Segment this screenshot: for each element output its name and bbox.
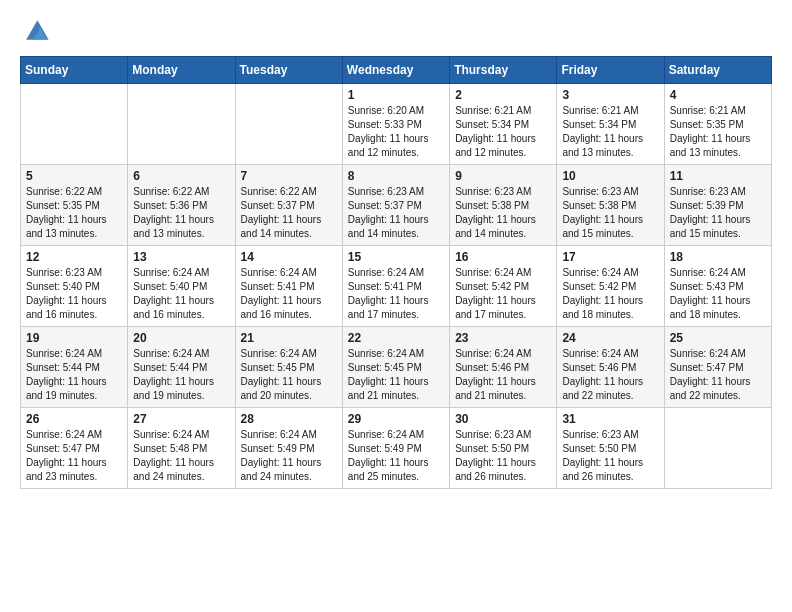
day-number: 8	[348, 169, 444, 183]
day-number: 28	[241, 412, 337, 426]
calendar-cell: 4Sunrise: 6:21 AMSunset: 5:35 PMDaylight…	[664, 84, 771, 165]
calendar-cell: 25Sunrise: 6:24 AMSunset: 5:47 PMDayligh…	[664, 327, 771, 408]
calendar-week-row: 26Sunrise: 6:24 AMSunset: 5:47 PMDayligh…	[21, 408, 772, 489]
cell-sunrise: Sunrise: 6:22 AMSunset: 5:35 PMDaylight:…	[26, 186, 107, 239]
calendar-cell: 8Sunrise: 6:23 AMSunset: 5:37 PMDaylight…	[342, 165, 449, 246]
calendar-cell: 22Sunrise: 6:24 AMSunset: 5:45 PMDayligh…	[342, 327, 449, 408]
day-number: 31	[562, 412, 658, 426]
calendar-cell: 13Sunrise: 6:24 AMSunset: 5:40 PMDayligh…	[128, 246, 235, 327]
calendar-cell: 15Sunrise: 6:24 AMSunset: 5:41 PMDayligh…	[342, 246, 449, 327]
calendar-week-row: 1Sunrise: 6:20 AMSunset: 5:33 PMDaylight…	[21, 84, 772, 165]
cell-sunrise: Sunrise: 6:24 AMSunset: 5:44 PMDaylight:…	[26, 348, 107, 401]
calendar-cell	[21, 84, 128, 165]
cell-sunrise: Sunrise: 6:23 AMSunset: 5:50 PMDaylight:…	[455, 429, 536, 482]
cell-sunrise: Sunrise: 6:24 AMSunset: 5:43 PMDaylight:…	[670, 267, 751, 320]
calendar-cell: 28Sunrise: 6:24 AMSunset: 5:49 PMDayligh…	[235, 408, 342, 489]
cell-sunrise: Sunrise: 6:24 AMSunset: 5:41 PMDaylight:…	[241, 267, 322, 320]
calendar-cell	[235, 84, 342, 165]
cell-sunrise: Sunrise: 6:20 AMSunset: 5:33 PMDaylight:…	[348, 105, 429, 158]
weekday-header-row: SundayMondayTuesdayWednesdayThursdayFrid…	[21, 57, 772, 84]
day-number: 20	[133, 331, 229, 345]
calendar-cell: 19Sunrise: 6:24 AMSunset: 5:44 PMDayligh…	[21, 327, 128, 408]
calendar-cell: 29Sunrise: 6:24 AMSunset: 5:49 PMDayligh…	[342, 408, 449, 489]
day-number: 4	[670, 88, 766, 102]
day-number: 26	[26, 412, 122, 426]
day-number: 3	[562, 88, 658, 102]
day-number: 10	[562, 169, 658, 183]
calendar-cell	[664, 408, 771, 489]
weekday-header: Saturday	[664, 57, 771, 84]
cell-sunrise: Sunrise: 6:23 AMSunset: 5:38 PMDaylight:…	[455, 186, 536, 239]
calendar-cell: 30Sunrise: 6:23 AMSunset: 5:50 PMDayligh…	[450, 408, 557, 489]
day-number: 27	[133, 412, 229, 426]
cell-sunrise: Sunrise: 6:24 AMSunset: 5:44 PMDaylight:…	[133, 348, 214, 401]
calendar-cell: 1Sunrise: 6:20 AMSunset: 5:33 PMDaylight…	[342, 84, 449, 165]
day-number: 22	[348, 331, 444, 345]
cell-sunrise: Sunrise: 6:24 AMSunset: 5:41 PMDaylight:…	[348, 267, 429, 320]
weekday-header: Monday	[128, 57, 235, 84]
cell-sunrise: Sunrise: 6:21 AMSunset: 5:35 PMDaylight:…	[670, 105, 751, 158]
calendar-cell: 16Sunrise: 6:24 AMSunset: 5:42 PMDayligh…	[450, 246, 557, 327]
calendar-cell: 26Sunrise: 6:24 AMSunset: 5:47 PMDayligh…	[21, 408, 128, 489]
calendar-table: SundayMondayTuesdayWednesdayThursdayFrid…	[20, 56, 772, 489]
day-number: 2	[455, 88, 551, 102]
weekday-header: Wednesday	[342, 57, 449, 84]
calendar-cell: 12Sunrise: 6:23 AMSunset: 5:40 PMDayligh…	[21, 246, 128, 327]
day-number: 12	[26, 250, 122, 264]
header	[20, 16, 772, 44]
day-number: 13	[133, 250, 229, 264]
day-number: 7	[241, 169, 337, 183]
calendar-cell: 31Sunrise: 6:23 AMSunset: 5:50 PMDayligh…	[557, 408, 664, 489]
logo-icon	[22, 16, 50, 44]
calendar-week-row: 5Sunrise: 6:22 AMSunset: 5:35 PMDaylight…	[21, 165, 772, 246]
day-number: 17	[562, 250, 658, 264]
cell-sunrise: Sunrise: 6:24 AMSunset: 5:42 PMDaylight:…	[455, 267, 536, 320]
day-number: 5	[26, 169, 122, 183]
day-number: 11	[670, 169, 766, 183]
day-number: 15	[348, 250, 444, 264]
day-number: 1	[348, 88, 444, 102]
calendar-cell: 6Sunrise: 6:22 AMSunset: 5:36 PMDaylight…	[128, 165, 235, 246]
cell-sunrise: Sunrise: 6:21 AMSunset: 5:34 PMDaylight:…	[455, 105, 536, 158]
cell-sunrise: Sunrise: 6:24 AMSunset: 5:49 PMDaylight:…	[348, 429, 429, 482]
calendar-week-row: 12Sunrise: 6:23 AMSunset: 5:40 PMDayligh…	[21, 246, 772, 327]
calendar-cell: 3Sunrise: 6:21 AMSunset: 5:34 PMDaylight…	[557, 84, 664, 165]
logo	[20, 16, 50, 44]
cell-sunrise: Sunrise: 6:23 AMSunset: 5:40 PMDaylight:…	[26, 267, 107, 320]
day-number: 21	[241, 331, 337, 345]
calendar-cell: 20Sunrise: 6:24 AMSunset: 5:44 PMDayligh…	[128, 327, 235, 408]
cell-sunrise: Sunrise: 6:21 AMSunset: 5:34 PMDaylight:…	[562, 105, 643, 158]
day-number: 18	[670, 250, 766, 264]
weekday-header: Sunday	[21, 57, 128, 84]
page: SundayMondayTuesdayWednesdayThursdayFrid…	[0, 0, 792, 612]
calendar-cell: 24Sunrise: 6:24 AMSunset: 5:46 PMDayligh…	[557, 327, 664, 408]
day-number: 16	[455, 250, 551, 264]
cell-sunrise: Sunrise: 6:23 AMSunset: 5:39 PMDaylight:…	[670, 186, 751, 239]
day-number: 9	[455, 169, 551, 183]
cell-sunrise: Sunrise: 6:24 AMSunset: 5:42 PMDaylight:…	[562, 267, 643, 320]
calendar-cell: 18Sunrise: 6:24 AMSunset: 5:43 PMDayligh…	[664, 246, 771, 327]
cell-sunrise: Sunrise: 6:24 AMSunset: 5:48 PMDaylight:…	[133, 429, 214, 482]
cell-sunrise: Sunrise: 6:24 AMSunset: 5:49 PMDaylight:…	[241, 429, 322, 482]
day-number: 24	[562, 331, 658, 345]
calendar-cell	[128, 84, 235, 165]
calendar-cell: 14Sunrise: 6:24 AMSunset: 5:41 PMDayligh…	[235, 246, 342, 327]
calendar-cell: 17Sunrise: 6:24 AMSunset: 5:42 PMDayligh…	[557, 246, 664, 327]
calendar-cell: 2Sunrise: 6:21 AMSunset: 5:34 PMDaylight…	[450, 84, 557, 165]
weekday-header: Thursday	[450, 57, 557, 84]
day-number: 14	[241, 250, 337, 264]
weekday-header: Tuesday	[235, 57, 342, 84]
cell-sunrise: Sunrise: 6:23 AMSunset: 5:37 PMDaylight:…	[348, 186, 429, 239]
calendar-cell: 5Sunrise: 6:22 AMSunset: 5:35 PMDaylight…	[21, 165, 128, 246]
day-number: 25	[670, 331, 766, 345]
cell-sunrise: Sunrise: 6:23 AMSunset: 5:38 PMDaylight:…	[562, 186, 643, 239]
cell-sunrise: Sunrise: 6:24 AMSunset: 5:40 PMDaylight:…	[133, 267, 214, 320]
day-number: 30	[455, 412, 551, 426]
calendar-cell: 27Sunrise: 6:24 AMSunset: 5:48 PMDayligh…	[128, 408, 235, 489]
calendar-cell: 7Sunrise: 6:22 AMSunset: 5:37 PMDaylight…	[235, 165, 342, 246]
cell-sunrise: Sunrise: 6:24 AMSunset: 5:46 PMDaylight:…	[562, 348, 643, 401]
cell-sunrise: Sunrise: 6:24 AMSunset: 5:45 PMDaylight:…	[348, 348, 429, 401]
day-number: 29	[348, 412, 444, 426]
calendar-cell: 11Sunrise: 6:23 AMSunset: 5:39 PMDayligh…	[664, 165, 771, 246]
cell-sunrise: Sunrise: 6:23 AMSunset: 5:50 PMDaylight:…	[562, 429, 643, 482]
